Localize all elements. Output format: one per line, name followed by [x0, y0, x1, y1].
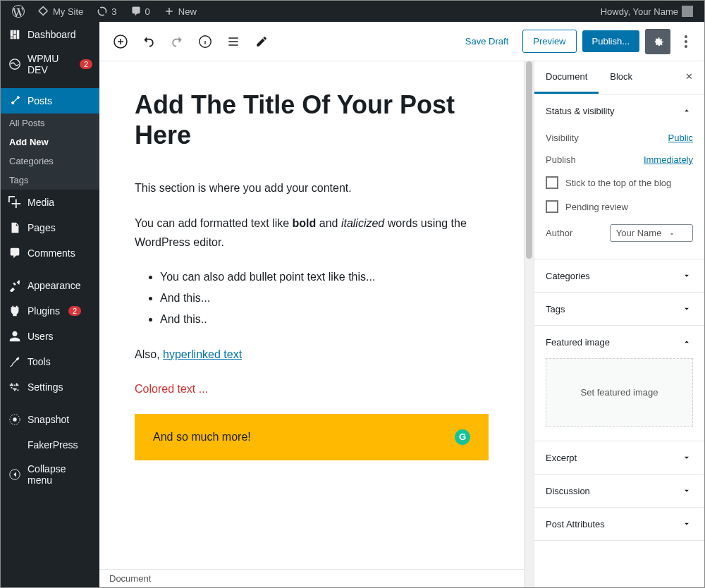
panel-excerpt-header[interactable]: Excerpt: [534, 441, 704, 474]
close-panel-button[interactable]: ✕: [674, 61, 704, 94]
menu-pages[interactable]: Pages: [1, 215, 99, 240]
chevron-up-icon: [680, 336, 693, 348]
menu-settings[interactable]: Settings: [1, 374, 99, 400]
settings-toggle[interactable]: [645, 29, 670, 54]
redo-button[interactable]: [164, 29, 190, 54]
info-button[interactable]: [192, 29, 218, 54]
panel-discussion-header[interactable]: Discussion: [534, 474, 704, 507]
paragraph-block[interactable]: Colored text ...: [135, 379, 489, 398]
panel-tags-header[interactable]: Tags: [534, 293, 704, 325]
admin-bar: My Site 3 0 New Howdy, Your Name: [1, 1, 704, 22]
menu-snapshot[interactable]: Snapshot: [1, 407, 99, 432]
wp-logo[interactable]: [6, 1, 30, 22]
editor-canvas[interactable]: Add The Title Of Your Post Here This sec…: [99, 61, 524, 569]
plugins-badge: 2: [68, 306, 81, 316]
hyperlink[interactable]: hyperlinked text: [163, 348, 242, 360]
chevron-up-icon: [680, 104, 693, 117]
menu-users[interactable]: Users: [1, 324, 99, 349]
editor-toolbar: Save Draft Preview Publish...: [99, 22, 704, 61]
menu-posts[interactable]: Posts: [1, 88, 99, 114]
preview-button[interactable]: Preview: [522, 30, 576, 53]
menu-media[interactable]: Media: [1, 190, 99, 215]
paragraph-block[interactable]: You can add formatted text like bold and…: [135, 214, 489, 252]
publish-label: Publish: [546, 154, 576, 165]
chevron-down-icon: [680, 302, 693, 315]
svg-point-8: [685, 45, 687, 48]
add-block-button[interactable]: [108, 29, 133, 54]
chevron-down-icon: [680, 451, 693, 464]
block-breadcrumb[interactable]: Document: [99, 569, 524, 587]
submenu-categories[interactable]: Categories: [1, 152, 99, 171]
paragraph-block[interactable]: Also, hyperlinked text: [135, 345, 489, 364]
author-select[interactable]: Your Name: [610, 224, 693, 242]
chevron-down-icon: [680, 484, 693, 497]
chevron-down-icon: [680, 517, 693, 530]
tab-document[interactable]: Document: [534, 61, 599, 94]
pages-icon: [8, 221, 22, 235]
checkbox[interactable]: [546, 200, 558, 213]
checkbox[interactable]: [546, 176, 558, 189]
publish-button[interactable]: Publish...: [582, 30, 639, 52]
undo-button[interactable]: [136, 29, 161, 54]
wpmudev-badge: 2: [80, 59, 92, 69]
tools-icon: [8, 355, 22, 369]
chevron-down-icon: [680, 269, 693, 282]
my-account[interactable]: Howdy, Your Name: [595, 1, 699, 22]
site-name[interactable]: My Site: [32, 1, 89, 22]
tab-block[interactable]: Block: [599, 61, 644, 94]
stick-checkbox-row[interactable]: Stick to the top of the blog: [546, 171, 693, 195]
collapse-menu[interactable]: Collapse menu: [1, 458, 99, 491]
panel-status-header[interactable]: Status & visibility: [534, 94, 704, 127]
list-block[interactable]: You can also add bullet point text like …: [160, 267, 489, 329]
dashboard-icon: [8, 27, 22, 42]
scrollbar[interactable]: [524, 61, 534, 587]
more-menu-button[interactable]: [676, 29, 696, 54]
publish-value[interactable]: Immediately: [644, 154, 693, 165]
admin-menu: Dashboard WPMU DEV2 Posts All Posts Add …: [1, 22, 99, 587]
list-item[interactable]: You can also add bullet point text like …: [160, 267, 489, 286]
save-draft-button[interactable]: Save Draft: [457, 30, 517, 52]
menu-wpmudev[interactable]: WPMU DEV2: [1, 47, 99, 81]
visibility-value[interactable]: Public: [668, 133, 693, 143]
visibility-label: Visibility: [546, 133, 579, 143]
panel-featured-header[interactable]: Featured image: [534, 326, 704, 358]
svg-point-2: [13, 417, 16, 421]
list-item[interactable]: And this...: [160, 288, 489, 307]
avatar-icon: [682, 6, 693, 17]
paragraph-block[interactable]: This section is where you add your conte…: [135, 178, 489, 197]
post-title[interactable]: Add The Title Of Your Post Here: [135, 90, 489, 150]
comments-ab[interactable]: 0: [125, 1, 156, 22]
updates[interactable]: 3: [91, 1, 122, 22]
menu-plugins[interactable]: Plugins2: [1, 298, 99, 324]
comments-icon: [8, 246, 22, 260]
plugins-icon: [8, 304, 22, 318]
users-icon: [8, 329, 22, 343]
new-content[interactable]: New: [158, 1, 202, 22]
submenu-all-posts[interactable]: All Posts: [1, 114, 99, 133]
media-icon: [8, 195, 22, 209]
appearance-icon: [8, 278, 22, 293]
edit-button[interactable]: [249, 29, 274, 54]
outline-button[interactable]: [221, 29, 246, 54]
menu-comments[interactable]: Comments: [1, 240, 99, 266]
wpmudev-icon: [8, 57, 22, 71]
svg-point-7: [685, 40, 687, 43]
menu-tools[interactable]: Tools: [1, 349, 99, 374]
panel-categories-header[interactable]: Categories: [534, 259, 704, 292]
menu-appearance[interactable]: Appearance: [1, 273, 99, 298]
menu-fakerpress[interactable]: FakerPress: [1, 432, 99, 458]
pin-icon: [8, 94, 22, 108]
settings-panel: Document Block ✕ Status & visibility Vis…: [534, 61, 704, 587]
highlighted-block[interactable]: And so much more! G: [135, 414, 489, 460]
set-featured-image-button[interactable]: Set featured image: [546, 358, 693, 427]
pending-checkbox-row[interactable]: Pending review: [546, 195, 693, 219]
panel-attributes-header[interactable]: Post Attributes: [534, 508, 704, 540]
submenu-tags[interactable]: Tags: [1, 171, 99, 190]
submenu-add-new[interactable]: Add New: [1, 133, 99, 152]
svg-point-6: [685, 35, 687, 38]
snapshot-icon: [8, 412, 22, 427]
list-item[interactable]: And this..: [160, 310, 489, 329]
author-label: Author: [546, 228, 572, 238]
menu-dashboard[interactable]: Dashboard: [1, 22, 99, 47]
grammarly-icon[interactable]: G: [455, 429, 470, 445]
